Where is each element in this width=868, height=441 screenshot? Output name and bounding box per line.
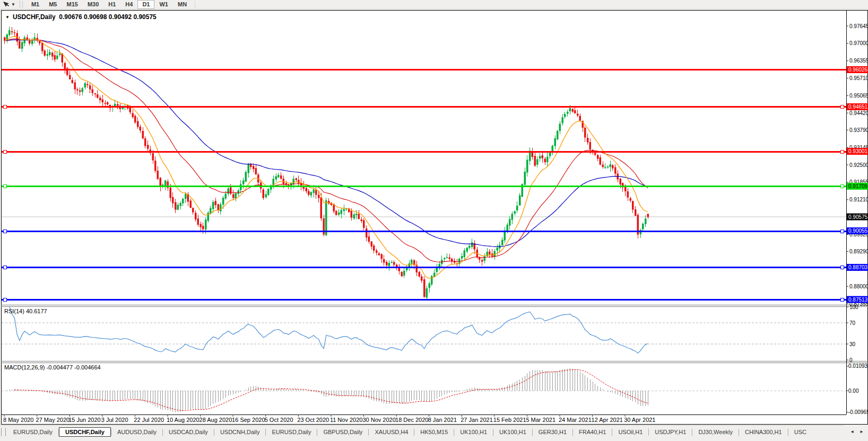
price-tick-label: 0.88000	[849, 284, 868, 289]
date-label: 10 Aug 2020	[167, 417, 199, 423]
price-tick-label: 0.95710	[849, 75, 868, 81]
toolbar-grip[interactable]	[20, 1, 23, 8]
timeframe-buttons: M1M5M15M30H1H4D1W1MN	[27, 0, 192, 9]
chart-tab-china300-h1[interactable]: CHINA300,H1	[739, 427, 788, 437]
mt4-window: ▼ M1M5M15M30H1H4D1W1MN ▼USDCHF,Daily 0.9…	[0, 0, 868, 441]
price-tick-label: 0.97000	[849, 40, 868, 46]
date-label: 27 May 2020	[36, 417, 70, 423]
timeframe-button-d1[interactable]: D1	[137, 0, 154, 9]
chart-tab-fra40-h1[interactable]: FRA40,H1	[573, 427, 612, 437]
badge-text: 0.96026	[848, 67, 868, 73]
date-label: 30 Apr 2021	[624, 417, 655, 423]
price-tick-label: 0.89290	[849, 249, 868, 254]
chart-tab-ger30-h1[interactable]: GER30,H1	[533, 427, 572, 437]
chart-tab-uk100-h1[interactable]: UK100,H1	[454, 427, 493, 437]
chart-tab-usc[interactable]: USC	[788, 427, 812, 437]
date-label: 8 May 2020	[3, 417, 33, 423]
macd-tick-label: -0.00965	[848, 409, 868, 415]
date-label: 5 Mar 2021	[526, 417, 555, 423]
badge-text: 0.94651	[848, 104, 868, 110]
timeframe-button-m1[interactable]: M1	[27, 0, 44, 9]
chart-window: ▼USDCHF,Daily 0.90676 0.90698 0.90492 0.…	[1, 10, 868, 425]
rsi-tick-label: 0	[849, 357, 853, 363]
badge-text: 0.87513	[848, 297, 868, 303]
hline-handle-left[interactable]	[3, 151, 6, 154]
rsi-label: RSI(14) 40.6177	[4, 308, 47, 314]
chart-tab-usdcnh-daily[interactable]: USDCNH,Daily	[214, 427, 266, 437]
chart-tab-usdchf-daily[interactable]: USDCHF,Daily	[59, 427, 111, 437]
date-label: 15 Feb 2021	[493, 417, 526, 423]
hline-handle-right[interactable]	[840, 105, 844, 109]
hline-handle-right[interactable]	[840, 185, 844, 188]
date-label: 23 Oct 2020	[297, 417, 329, 423]
status-bar	[0, 438, 868, 441]
badge-text: 0.90055	[848, 228, 868, 234]
hline-price-badge: 0.88703	[847, 264, 868, 271]
badge-text: 0.90575	[848, 214, 868, 220]
hline-price-badge: 0.87513	[847, 296, 868, 303]
macd-plot	[7, 368, 648, 412]
date-label: 3 Jul 2020	[101, 417, 128, 423]
tabbar-grip[interactable]	[1, 428, 6, 436]
price-tick-label: 0.95065	[849, 93, 868, 99]
hline-price-badge: 0.93001	[847, 148, 868, 155]
date-label: 12 Apr 2021	[592, 417, 623, 423]
tab-scroll-arrows: ◄ ►	[845, 425, 868, 438]
toolbar-separator	[195, 1, 195, 8]
hline-handle-right[interactable]	[840, 298, 844, 302]
chart-canvas[interactable]: 0.976450.970000.963550.957100.950650.944…	[1, 10, 868, 425]
chart-tab-dj30-weekly[interactable]: DJ30,Weekly	[692, 427, 739, 437]
tool-dropdown-caret-icon[interactable]: ▼	[11, 2, 15, 7]
hline-handle-left[interactable]	[3, 298, 6, 302]
moving-averages	[5, 36, 648, 278]
hline-handle-right[interactable]	[840, 266, 844, 269]
chart-tab-eurusd-daily[interactable]: EURUSD,Daily	[7, 427, 58, 437]
price-tick-label: 0.96355	[849, 58, 868, 64]
badge-text: 0.88703	[848, 264, 868, 270]
macd-tick-label: 0.00	[848, 388, 859, 394]
hline-handle-right[interactable]	[840, 230, 844, 233]
chart-tab-gbpusd-daily[interactable]: GBPUSD,Daily	[317, 427, 368, 437]
rsi-plot	[10, 307, 648, 353]
hline-handle-left[interactable]	[3, 266, 6, 269]
macd-signal	[14, 369, 648, 411]
chart-pointer-icon[interactable]	[2, 1, 11, 8]
price-tick-label: 0.92500	[849, 162, 868, 168]
chart-tab-audusd-daily[interactable]: AUDUSD,Daily	[111, 427, 162, 437]
rsi-tick-label: 30	[849, 341, 856, 347]
timeframe-button-mn[interactable]: MN	[173, 0, 192, 9]
timeframe-button-m5[interactable]: M5	[44, 0, 62, 9]
rsi-tick-label: 70	[849, 320, 856, 326]
price-tick-label: 0.93790	[849, 127, 868, 133]
tab-scroll-right-icon[interactable]: ►	[860, 429, 864, 434]
date-label: 22 Jul 2020	[134, 417, 164, 423]
hline-handle-left[interactable]	[3, 185, 6, 188]
chart-tab-hk50-m15[interactable]: HK50,M15	[414, 427, 454, 437]
date-label: 5 Oct 2020	[265, 417, 293, 423]
timeframe-button-h4[interactable]: H4	[120, 0, 137, 9]
hline-handle-right[interactable]	[840, 151, 844, 154]
hline-handle-left[interactable]	[3, 230, 6, 233]
timeframe-button-h1[interactable]: H1	[103, 0, 120, 9]
price-tick-label: 0.94420	[849, 110, 868, 116]
chart-tab-usdcad-daily[interactable]: USDCAD,Daily	[163, 427, 214, 437]
hline-handle-left[interactable]	[3, 105, 6, 109]
timeframe-toolbar: ▼ M1M5M15M30H1H4D1W1MN	[0, 0, 868, 10]
chart-title: ▼USDCHF,Daily 0.90676 0.90698 0.90492 0.…	[5, 13, 157, 21]
timeframe-button-w1[interactable]: W1	[154, 0, 173, 9]
macd-signal-line	[14, 369, 648, 411]
ma-fast-line	[5, 36, 648, 278]
candles	[4, 27, 649, 299]
timeframe-button-m15[interactable]: M15	[62, 0, 82, 9]
timeframe-button-m30[interactable]: M30	[83, 0, 103, 9]
rsi-tick-label: 100	[849, 304, 858, 310]
chart-tab-usdjpy-h1[interactable]: USDJPY,H1	[649, 427, 692, 437]
tab-scroll-left-icon[interactable]: ◄	[850, 429, 854, 434]
title-dropdown-icon[interactable]: ▼	[5, 15, 10, 20]
current-price-badge: 0.90575	[847, 214, 868, 220]
chart-tab-usoil-h1[interactable]: USOil,H1	[612, 427, 648, 437]
chart-tab-eurusd-daily[interactable]: EURUSD,Daily	[266, 427, 317, 437]
badge-text: 0.91709	[848, 183, 868, 189]
chart-tab-xauusd-h4[interactable]: XAUUSD,H4	[369, 427, 414, 437]
chart-tab-uk100-h1[interactable]: UK100,H1	[493, 427, 532, 437]
